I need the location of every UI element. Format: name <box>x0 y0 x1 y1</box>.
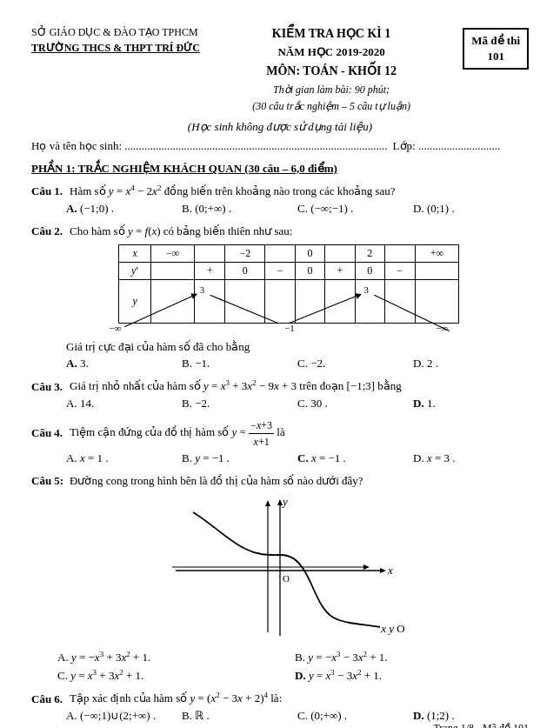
time-note2: (30 câu trắc nghiệm – 5 câu tự luận) <box>209 98 455 115</box>
q1-num: Câu 1. <box>31 184 66 198</box>
q1-ans-a: A. (−1;0) . <box>66 202 182 216</box>
q3-ans-d: D. 1. <box>413 397 529 411</box>
q2-ans-b: B. −1. <box>182 357 297 371</box>
q2-table-note: Giá trị cực đại của hàm số đã cho bằng <box>66 340 529 354</box>
svg-marker-11 <box>363 564 370 570</box>
header-left: SỞ GIÁO DỤC & ĐÀO TẠO TPHCM TRƯỜNG THCS … <box>31 24 200 56</box>
q4-text: Tiệm cận đứng của đồ thị hàm số y = −x+3… <box>70 417 529 450</box>
ma-de-box: Mã đề thi 101 <box>463 28 529 70</box>
q5-answers: A. y = −x3 + 3x2 + 1. B. y = −x3 − 3x2 +… <box>57 650 529 684</box>
lop-label: Lớp: ............................. <box>393 139 501 153</box>
q3-text: Giá trị nhỏ nhất của hàm số y = x3 + 3x2… <box>70 377 529 395</box>
exam-page: SỞ GIÁO DỤC & ĐÀO TẠO TPHCM TRƯỜNG THCS … <box>0 0 560 728</box>
q4-ans-d: D. x = 3 . <box>413 451 529 465</box>
ma-de-num: 101 <box>487 50 504 63</box>
q4-ans-a: A. x = 1 . <box>66 451 182 465</box>
question-3: Câu 3. Giá trị nhỏ nhất của hàm số y = x… <box>31 377 529 411</box>
q6-ans-c: C. (0;+∞) . <box>297 709 413 723</box>
svg-line-4 <box>289 296 359 324</box>
q1-ans-b: B. (0;+∞) . <box>182 202 297 216</box>
q3-ans-a: A. 14. <box>66 397 182 411</box>
question-5: Câu 5: Đường cong trong hình bên là đồ t… <box>31 472 529 683</box>
question-4: Câu 4. Tiệm cận đứng của đồ thị hàm số y… <box>31 417 529 465</box>
q5-curve <box>155 493 381 632</box>
svg-text:−1: −1 <box>284 323 295 333</box>
header: SỞ GIÁO DỤC & ĐÀO TẠO TPHCM TRƯỜNG THCS … <box>31 24 529 115</box>
dept-label: SỞ GIÁO DỤC & ĐÀO TẠO TPHCM <box>31 24 200 40</box>
q4-ans-b: B. y = −1 . <box>182 451 297 465</box>
variation-table-container: x −∞ −2 0 2 +∞ y′ + 0 − 0 <box>83 244 494 336</box>
q6-text: Tập xác định của hàm số y = (x2 − 3x + 2… <box>70 690 529 707</box>
q3-ans-c: C. 30 . <box>297 397 413 411</box>
q1-text: Hàm số y = x4 − 2x2 đồng biến trên khoản… <box>70 183 529 200</box>
q5-text: Đường cong trong hình bên là đồ thị của … <box>70 472 529 490</box>
ma-de-label: Mã đề thi <box>471 34 520 47</box>
time-note: Thời gian làm bài: 90 phút; <box>209 82 455 98</box>
q1-answers: A. (−1;0) . B. (0;+∞) . C. (−∞;−1) . D. … <box>66 202 529 216</box>
q5-ans-d: D. y = x3 − 3x2 + 1. <box>295 668 529 683</box>
svg-text:O: O <box>283 573 290 584</box>
q5-graph: x y O x y O <box>31 493 529 645</box>
exam-year: NĂM HỌC 2019-2020 <box>209 43 455 62</box>
svg-text:y: y <box>281 497 288 508</box>
q4-num: Câu 4. <box>31 426 66 440</box>
variation-diagram: 3 −1 3 −∞ −∞ <box>83 284 494 336</box>
q3-answers: A. 14. B. −2. C. 30 . D. 1. <box>66 397 529 411</box>
q3-ans-b: B. −2. <box>182 397 297 411</box>
q2-ans-c: C. −2. <box>297 357 413 371</box>
svg-text:−∞: −∞ <box>110 323 122 333</box>
q1-ans-c: C. (−∞;−1) . <box>297 202 413 216</box>
svg-text:x: x <box>387 564 393 577</box>
q3-num: Câu 3. <box>31 380 66 394</box>
svg-marker-15 <box>380 568 386 573</box>
exam-title: KIỂM TRA HỌC KÌ 1 <box>209 24 455 43</box>
q5-num: Câu 5: <box>31 474 66 488</box>
q6-ans-a: A. (−∞;1)∪(2;+∞) . <box>66 709 182 723</box>
q6-ans-b: B. ℝ . <box>182 709 297 723</box>
exam-subject: MÔN: TOÁN - KHỐI 12 <box>209 62 455 81</box>
q6-answers: A. (−∞;1)∪(2;+∞) . B. ℝ . C. (0;+∞) . D.… <box>66 709 529 723</box>
svg-line-2 <box>210 296 279 324</box>
q2-ans-a: A. 3. <box>66 357 182 371</box>
q2-answers: A. 3. B. −1. C. −2. D. 2 . <box>66 357 529 371</box>
section1-title: PHẦN 1: TRẮC NGHIỆM KHÁCH QUAN (30 câu –… <box>31 162 529 176</box>
q6-ans-d: D. (1;2) . <box>413 709 529 723</box>
q5-ans-c: C. y = x3 + 3x2 + 1. <box>57 668 291 683</box>
footer: Trang 1/8 - Mã đề 101 <box>433 722 529 728</box>
q2-ans-d: D. 2 . <box>413 357 529 371</box>
svg-text:3: 3 <box>364 285 369 296</box>
q6-num: Câu 6. <box>31 692 66 706</box>
q5-ans-a: A. y = −x3 + 3x2 + 1. <box>57 650 291 665</box>
question-6: Câu 6. Tập xác định của hàm số y = (x2 −… <box>31 690 529 723</box>
header-center: KIỂM TRA HỌC KÌ 1 NĂM HỌC 2019-2020 MÔN:… <box>209 24 455 115</box>
question-1: Câu 1. Hàm số y = x4 − 2x2 đồng biến trê… <box>31 183 529 216</box>
student-row: Họ và tên học sinh: ....................… <box>31 139 529 153</box>
svg-marker-12 <box>265 500 270 506</box>
q4-answers: A. x = 1 . B. y = −1 . C. x = −1 . D. x … <box>66 451 529 465</box>
q2-num: Câu 2. <box>31 224 66 238</box>
school-name: TRƯỜNG THCS & THPT TRÍ ĐỨC <box>31 40 200 56</box>
q1-ans-d: D. (0;1) . <box>413 202 529 216</box>
student-label: Họ và tên học sinh: ....................… <box>31 139 388 153</box>
instruction-note: (Học sinh không được sử dụng tài liệu) <box>31 120 529 134</box>
q2-text: Cho hàm số y = f(x) có bảng biến thiên n… <box>70 223 529 240</box>
svg-text:−∞: −∞ <box>436 323 448 333</box>
svg-text:3: 3 <box>200 285 204 296</box>
q5-ans-b: B. y = −x3 − 3x2 + 1. <box>295 650 529 665</box>
q4-ans-c: C. x = −1 . <box>297 451 413 465</box>
question-2: Câu 2. Cho hàm số y = f(x) có bảng biến … <box>31 223 529 371</box>
